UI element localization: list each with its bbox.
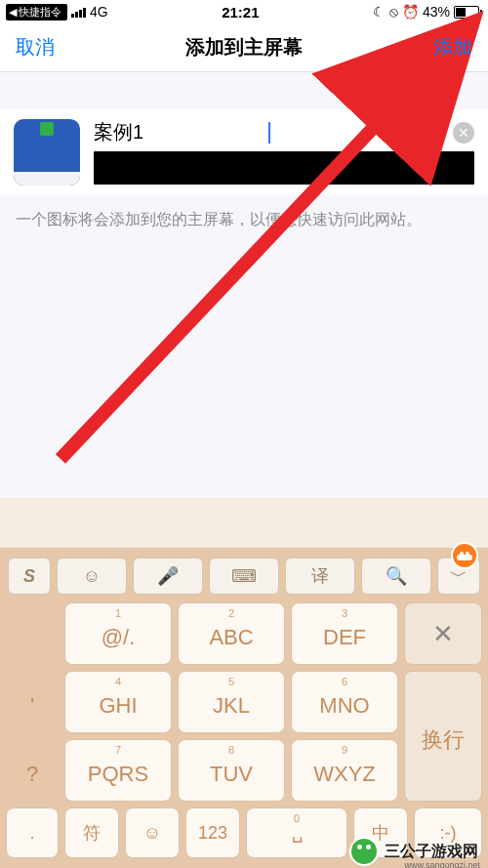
clear-text-button[interactable]: ✕	[453, 122, 474, 144]
key-side-question[interactable]: ?	[6, 739, 59, 802]
key-9-wxyz[interactable]: 9WXYZ	[291, 739, 398, 802]
close-icon: ✕	[458, 126, 469, 140]
backspace-icon: ✕	[432, 619, 454, 649]
symbol-key[interactable]: 符	[64, 807, 119, 858]
back-to-app[interactable]: ◀ 快捷指令	[6, 4, 67, 21]
url-preview	[94, 151, 474, 185]
back-app-label: 快捷指令	[19, 5, 61, 20]
keyboard-toolbar: S ☺ 🎤 ⌨ 译 🔍 ﹀	[0, 548, 488, 600]
key-5-jkl[interactable]: 5JKL	[178, 671, 285, 733]
shortcut-name-input[interactable]: 案例1	[94, 119, 261, 145]
key-8-tuv[interactable]: 8TUV	[178, 739, 285, 802]
backspace-key[interactable]: ✕	[404, 602, 482, 665]
keyboard-switch-button[interactable]: ⌨	[209, 558, 279, 595]
nav-bar: 取消 添加到主屏幕 添加	[0, 23, 488, 72]
svg-point-2	[460, 552, 464, 556]
key-side-blank[interactable]	[6, 602, 59, 665]
watermark-url: www.sangongzi.net	[404, 860, 480, 868]
search-button[interactable]: 🔍	[361, 558, 431, 595]
svg-point-3	[466, 552, 469, 556]
keyboard-avatar-icon	[451, 542, 478, 569]
shortcut-entry: 案例1 ✕	[0, 109, 488, 195]
content-area: 案例1 ✕ 一个图标将会添加到您的主屏幕，以便您快速访问此网站。	[0, 72, 488, 498]
text-cursor	[268, 122, 270, 144]
numeric-key[interactable]: 123	[185, 807, 240, 858]
svg-rect-1	[457, 555, 472, 560]
space-key[interactable]: 0␣	[246, 807, 347, 858]
key-3-def[interactable]: 3DEF	[291, 602, 398, 665]
key-side-apostrophe[interactable]: '	[6, 671, 59, 733]
mic-button[interactable]: 🎤	[133, 558, 203, 595]
keyboard-grid: 1@/. 2ABC 3DEF ✕ ' 4GHI 5JKL 6MNO 换行 ? 7…	[0, 600, 488, 807]
return-key[interactable]: 换行	[404, 671, 482, 802]
status-right: ☾ ⦸ ⏰ 43%	[373, 4, 482, 21]
dnd-icon: ⦸	[389, 4, 398, 21]
watermark-logo-icon	[349, 837, 379, 866]
sogou-logo-button[interactable]: S	[8, 558, 51, 595]
key-7-pqrs[interactable]: 7PQRS	[64, 739, 172, 802]
page-title: 添加到主屏幕	[0, 34, 488, 61]
clock: 21:21	[222, 4, 259, 21]
keyboard: S ☺ 🎤 ⌨ 译 🔍 ﹀ 1@/. 2ABC 3DEF ✕ ' 4GHI 5J…	[0, 548, 488, 868]
signal-icon	[71, 6, 86, 18]
status-left: ◀ 快捷指令 4G	[6, 4, 108, 21]
network-label: 4G	[90, 4, 108, 20]
status-bar: ◀ 快捷指令 4G 21:21 ☾ ⦸ ⏰ 43%	[0, 0, 488, 23]
alarm-icon: ⏰	[402, 4, 419, 20]
moon-icon: ☾	[373, 4, 386, 20]
emoji-button[interactable]: ☺	[57, 558, 127, 595]
battery-pct: 43%	[423, 4, 450, 20]
cancel-button[interactable]: 取消	[16, 34, 55, 61]
add-button[interactable]: 添加	[433, 34, 472, 61]
emoji-key[interactable]: ☺	[125, 807, 180, 858]
watermark-text: 三公子游戏网	[385, 842, 478, 862]
key-6-mno[interactable]: 6MNO	[291, 671, 398, 733]
key-2-abc[interactable]: 2ABC	[178, 602, 285, 665]
battery-icon	[454, 6, 482, 19]
chevron-left-icon: ◀	[9, 6, 17, 19]
icon-preview	[14, 119, 80, 186]
key-1[interactable]: 1@/.	[64, 602, 172, 665]
hint-text: 一个图标将会添加到您的主屏幕，以便您快速访问此网站。	[0, 195, 488, 230]
key-4-ghi[interactable]: 4GHI	[64, 671, 172, 733]
key-side-period[interactable]: .	[6, 807, 59, 858]
translate-button[interactable]: 译	[285, 558, 355, 595]
